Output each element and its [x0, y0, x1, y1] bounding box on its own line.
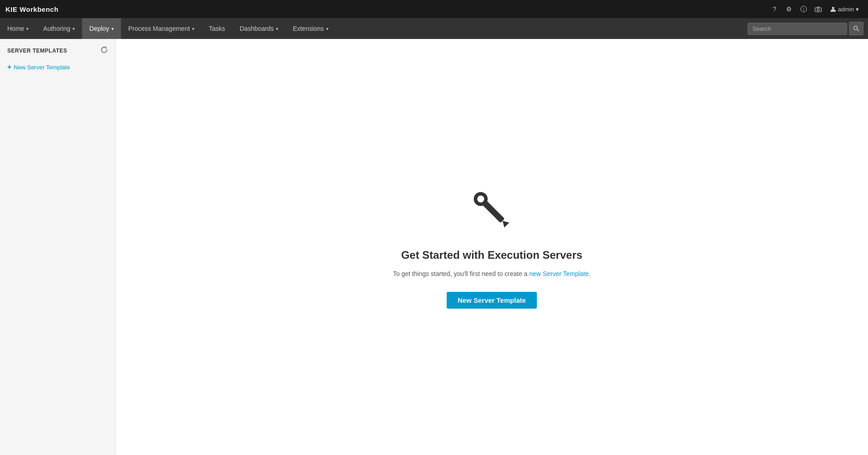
svg-point-4: [832, 7, 834, 9]
nav-search-area: [743, 18, 868, 39]
nav-dashboards[interactable]: Dashboards ▾: [232, 18, 286, 39]
topbar: KIE Workbench ? ⚙ i admin ▾: [0, 0, 868, 18]
refresh-button[interactable]: [101, 46, 108, 55]
user-label: admin: [838, 6, 854, 13]
authoring-chevron-icon: ▾: [72, 26, 75, 31]
sidebar-section-title: SERVER TEMPLATES: [7, 48, 67, 54]
wrench-icon: [467, 185, 517, 235]
svg-point-5: [854, 26, 858, 30]
brand: KIE Workbench: [5, 5, 58, 13]
svg-rect-2: [815, 8, 821, 12]
topbar-icons: ? ⚙ i admin ▾: [768, 3, 863, 15]
deploy-chevron-icon: ▾: [111, 26, 114, 31]
sidebar-header: SERVER TEMPLATES: [0, 46, 115, 60]
empty-state: Get Started with Execution Servers To ge…: [384, 176, 600, 317]
new-server-template-button[interactable]: New Server Template: [447, 292, 537, 309]
nav-process-management[interactable]: Process Management ▾: [121, 18, 202, 39]
svg-text:i: i: [803, 7, 804, 12]
camera-icon-button[interactable]: [812, 3, 825, 15]
nav-deploy[interactable]: Deploy ▾: [82, 18, 121, 39]
search-input[interactable]: [747, 23, 847, 35]
main-content: Get Started with Execution Servers To ge…: [116, 39, 868, 455]
svg-point-3: [817, 9, 819, 11]
nav-extensions[interactable]: Extensions ▾: [285, 18, 335, 39]
navbar: Home ▾ Authoring ▾ Deploy ▾ Process Mana…: [0, 18, 868, 39]
nav-home[interactable]: Home ▾: [0, 18, 36, 39]
home-chevron-icon: ▾: [26, 26, 29, 31]
settings-icon-button[interactable]: ⚙: [783, 3, 796, 15]
new-server-template-inline-link[interactable]: new Server Template: [529, 270, 588, 277]
process-management-chevron-icon: ▾: [192, 26, 194, 31]
user-menu[interactable]: admin ▾: [826, 4, 863, 15]
search-button[interactable]: [849, 22, 863, 35]
info-icon-button[interactable]: i: [797, 3, 810, 15]
extensions-chevron-icon: ▾: [326, 26, 328, 31]
layout: SERVER TEMPLATES + New Server Template: [0, 39, 868, 455]
user-chevron: ▾: [856, 6, 859, 13]
svg-line-6: [857, 29, 859, 32]
plus-icon: +: [7, 63, 11, 71]
empty-state-description: To get things started, you'll first need…: [393, 269, 591, 279]
nav-authoring[interactable]: Authoring ▾: [36, 18, 82, 39]
empty-state-title: Get Started with Execution Servers: [393, 249, 591, 261]
nav-tasks[interactable]: Tasks: [202, 18, 232, 39]
dashboards-chevron-icon: ▾: [276, 26, 278, 31]
help-icon-button[interactable]: ?: [768, 3, 781, 15]
sidebar: SERVER TEMPLATES + New Server Template: [0, 39, 116, 455]
new-server-template-link[interactable]: + New Server Template: [0, 60, 115, 74]
